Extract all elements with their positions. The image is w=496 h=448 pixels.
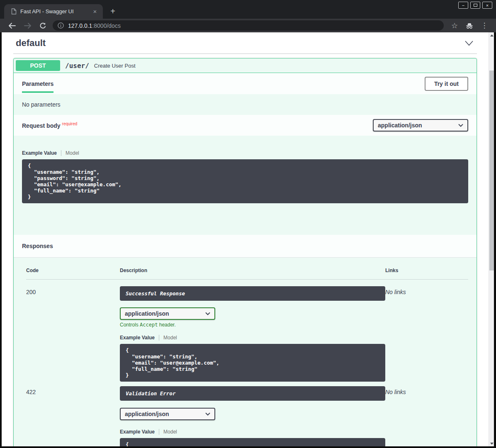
column-description: Description — [120, 268, 385, 273]
tab-separator — [159, 429, 159, 435]
controls-accept-note: Controls Accept header. — [120, 322, 385, 328]
browser-tab[interactable]: Fast API - Swagger UI × — [4, 4, 103, 19]
tab-separator — [61, 150, 61, 156]
column-code: Code — [26, 268, 120, 273]
select-chevron-icon — [205, 312, 210, 315]
response-content-type-select[interactable]: application/json — [120, 307, 215, 320]
responses-header: Responses — [14, 235, 477, 258]
request-body-header: Request bodyrequired application/json — [14, 115, 477, 136]
tag-section: default POST /user/ Create User Post Par… — [2, 32, 489, 446]
forward-icon[interactable] — [24, 22, 32, 29]
request-example-json[interactable]: { "username": "string", "password": "str… — [22, 159, 468, 203]
operation-summary: Create User Post — [94, 63, 136, 69]
tab-close-icon[interactable]: × — [91, 8, 99, 15]
response-content-type-select[interactable]: application/json — [120, 408, 215, 420]
tab-example-value[interactable]: Example Value — [120, 335, 155, 341]
incognito-icon — [465, 21, 474, 30]
minimize-button[interactable]: − — [458, 2, 468, 9]
url-host: 127.0.0.1 — [68, 22, 92, 29]
response-description: Successful Response — [120, 286, 385, 301]
response-description-cell: Validation Error application/json Exampl… — [120, 386, 385, 446]
response-description: Validation Error — [120, 386, 385, 401]
address-bar[interactable]: 127.0.0.1:8000/docs — [53, 20, 444, 31]
tab-model[interactable]: Model — [163, 335, 177, 341]
tab-model[interactable]: Model — [163, 429, 177, 435]
response-code: 200 — [26, 286, 120, 295]
select-chevron-icon — [205, 412, 210, 416]
tag-title: default — [16, 38, 46, 49]
new-tab-button[interactable]: + — [108, 7, 118, 17]
window-controls: − × — [458, 2, 492, 9]
url-text: 127.0.0.1:8000/docs — [68, 22, 121, 29]
browser-toolbar: 127.0.0.1:8000/docs ☆ ⋮ — [0, 19, 496, 32]
response-row-200: 200 Successful Response application/json… — [26, 286, 468, 382]
example-model-tabs: Example Value Model — [120, 334, 385, 341]
method-badge: POST — [16, 60, 60, 71]
response-content-type-value: application/json — [125, 411, 169, 417]
tab-title: Fast API - Swagger UI — [20, 8, 91, 15]
scroll-down-arrow-icon[interactable] — [489, 441, 494, 446]
request-content-type-select[interactable]: application/json — [373, 119, 468, 131]
response-description-cell: Successful Response application/json Con… — [120, 286, 385, 382]
bookmark-star-icon[interactable]: ☆ — [450, 21, 459, 30]
opblock-post-user: POST /user/ Create User Post Parameters … — [13, 58, 477, 446]
response-links: No links — [385, 286, 468, 295]
opblock-summary[interactable]: POST /user/ Create User Post — [14, 58, 477, 73]
responses-title: Responses — [22, 243, 53, 249]
column-links: Links — [385, 268, 468, 273]
response-media-type-wrap: application/json Controls Accept header. — [120, 307, 385, 328]
response-links: No links — [385, 386, 468, 395]
reload-icon[interactable] — [39, 22, 46, 29]
responses-table: Code Description Links 200 Successful Re… — [14, 258, 477, 446]
maximize-icon — [474, 4, 477, 7]
tab-model[interactable]: Model — [66, 150, 79, 156]
no-parameters-text: No parameters — [14, 94, 477, 115]
select-chevron-icon — [458, 124, 463, 127]
required-label: required — [62, 122, 78, 126]
response-media-type-wrap: application/json — [120, 408, 385, 420]
tag-divider — [13, 54, 477, 54]
request-body-example: Example Value Model { "username": "strin… — [14, 136, 477, 235]
parameters-header: Parameters Try it out — [14, 73, 477, 94]
tab-example-value[interactable]: Example Value — [22, 150, 57, 156]
request-body-label-text: Request body — [22, 122, 61, 129]
responses-table-header: Code Description Links — [26, 268, 468, 280]
page-scrollbar[interactable] — [489, 32, 494, 446]
controls-note-code: Accept — [140, 322, 158, 328]
controls-note-prefix: Controls — [120, 322, 140, 328]
response-example-json[interactable]: { "detail": [ — [120, 438, 385, 446]
swagger-page: default POST /user/ Create User Post Par… — [2, 32, 494, 446]
maximize-button[interactable] — [470, 2, 480, 9]
tag-header[interactable]: default — [13, 38, 477, 49]
scrollbar-thumb[interactable] — [489, 71, 494, 270]
swagger-content: default POST /user/ Create User Post Par… — [2, 32, 489, 446]
response-code: 422 — [26, 386, 120, 395]
request-content-type-value: application/json — [378, 122, 422, 129]
controls-note-suffix: header. — [158, 322, 175, 328]
site-info-icon[interactable] — [58, 22, 64, 29]
response-content-type-value: application/json — [125, 310, 169, 317]
try-it-out-button[interactable]: Try it out — [425, 77, 468, 91]
request-body-label: Request bodyrequired — [22, 122, 77, 129]
chevron-down-icon[interactable] — [464, 40, 474, 46]
tab-separator — [159, 335, 159, 341]
operation-path: /user/ — [65, 62, 89, 70]
response-example-json[interactable]: { "username": "string", "email": "user@e… — [120, 344, 385, 382]
example-model-tabs: Example Value Model — [22, 150, 468, 156]
example-model-tabs: Example Value Model — [120, 429, 385, 435]
browser-menu-icon[interactable]: ⋮ — [480, 21, 489, 30]
response-row-422: 422 Validation Error application/json Ex… — [26, 386, 468, 446]
scroll-up-arrow-icon[interactable] — [489, 32, 494, 38]
back-icon[interactable] — [8, 22, 16, 29]
url-path: :8000/docs — [92, 22, 121, 29]
close-button[interactable]: × — [482, 2, 492, 9]
tab-example-value[interactable]: Example Value — [120, 429, 155, 435]
page-document-icon — [11, 8, 17, 15]
tab-parameters[interactable]: Parameters — [22, 75, 53, 93]
request-body-padding — [22, 203, 468, 235]
browser-titlebar: Fast API - Swagger UI × + − × — [0, 0, 496, 19]
